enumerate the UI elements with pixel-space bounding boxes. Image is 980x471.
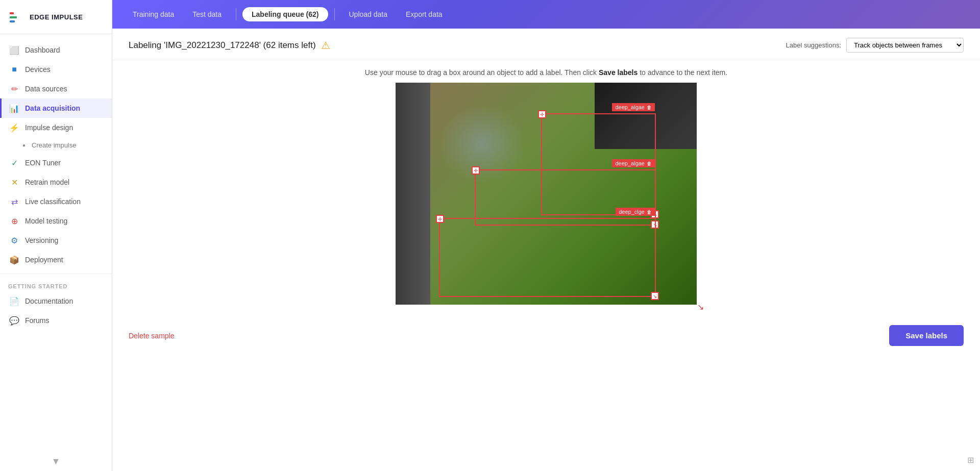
create-impulse-icon: ● xyxy=(22,142,26,148)
svg-rect-2 xyxy=(10,16,17,18)
live-classification-icon: ⇄ xyxy=(10,197,19,206)
labeling-title: Labeling 'IMG_20221230_172248' (62 items… xyxy=(129,39,330,52)
bbox3-handle-br[interactable]: ↘ xyxy=(651,292,659,300)
sidebar-item-create-impulse[interactable]: ● Create impulse xyxy=(0,137,112,153)
model-testing-icon: ⊕ xyxy=(10,216,19,226)
sidebar-label-dashboard: Dashboard xyxy=(25,46,60,54)
sidebar-header: EDGE IMPULSE xyxy=(0,0,112,34)
sidebar-item-versioning[interactable]: ⚙ Versioning xyxy=(0,231,112,250)
edge-impulse-logo-icon xyxy=(8,9,24,26)
retrain-model-icon: ✕ xyxy=(10,178,19,187)
delete-sample-button[interactable]: Delete sample xyxy=(129,332,175,340)
content-area: Labeling 'IMG_20221230_172248' (62 items… xyxy=(112,29,980,471)
sidebar-item-forums[interactable]: 💬 Forums xyxy=(0,311,112,330)
bbox2-label: deep_algae 🗑 xyxy=(612,159,655,167)
sidebar-item-documentation[interactable]: 📄 Documentation xyxy=(0,291,112,311)
sidebar-item-dashboard[interactable]: ⬜ Dashboard xyxy=(0,40,112,60)
impulse-design-icon: ⚡ xyxy=(10,123,19,132)
sidebar-item-devices[interactable]: ■ Devices xyxy=(0,60,112,79)
data-acquisition-icon: 📊 xyxy=(10,104,19,113)
sidebar: EDGE IMPULSE ⬜ Dashboard ■ Devices ✏ Dat… xyxy=(0,0,112,471)
sidebar-label-retrain-model: Retrain model xyxy=(25,178,69,186)
image-wrapper[interactable]: ✛ deep_algae 🗑 ↘ ✛ deep_algae 🗑 ↘ xyxy=(396,83,697,305)
sidebar-label-deployment: Deployment xyxy=(25,256,63,264)
canvas-resize-handle[interactable]: ↘ xyxy=(697,302,704,312)
versioning-icon: ⚙ xyxy=(10,236,19,245)
nav-divider-2 xyxy=(334,8,335,20)
sidebar-divider xyxy=(0,274,112,274)
scroll-down-arrow[interactable]: ▼ xyxy=(0,452,112,471)
nav-upload-data[interactable]: Upload data xyxy=(341,6,396,22)
bbox1-handle-tl[interactable]: ✛ xyxy=(538,110,546,118)
sidebar-item-model-testing[interactable]: ⊕ Model testing xyxy=(0,211,112,231)
labeling-header: Labeling 'IMG_20221230_172248' (62 items… xyxy=(112,29,980,60)
brand-name: EDGE IMPULSE xyxy=(30,13,83,21)
dashboard-icon: ⬜ xyxy=(10,45,19,55)
warning-icon: ⚠ xyxy=(321,39,330,52)
sidebar-item-live-classification[interactable]: ⇄ Live classification xyxy=(0,192,112,211)
getting-started-label: GETTING STARTED xyxy=(0,278,112,291)
sidebar-item-data-acquisition[interactable]: 📊 Data acquisition xyxy=(0,98,112,118)
sidebar-label-forums: Forums xyxy=(25,316,49,325)
sidebar-item-impulse-design[interactable]: ⚡ Impulse design xyxy=(0,118,112,137)
deployment-icon: 📦 xyxy=(10,255,19,264)
bottom-actions: Delete sample Save labels xyxy=(112,315,980,358)
svg-rect-3 xyxy=(10,20,15,22)
sidebar-label-devices: Devices xyxy=(25,65,51,73)
label-suggestions-select[interactable]: Track objects between frames Don't use l… xyxy=(846,38,964,53)
nav-test-data[interactable]: Test data xyxy=(184,6,230,22)
labeling-title-text: Labeling 'IMG_20221230_172248' (62 items… xyxy=(129,40,316,51)
sidebar-label-data-sources: Data sources xyxy=(25,85,67,93)
bounding-box-3[interactable]: ✛ deep_clge 🗑 ↘ xyxy=(439,218,656,297)
nav-export-data[interactable]: Export data xyxy=(398,6,451,22)
nav-training-data[interactable]: Training data xyxy=(125,6,182,22)
sidebar-item-eon-tuner[interactable]: ✓ EON Tuner xyxy=(0,153,112,172)
save-labels-button[interactable]: Save labels xyxy=(889,325,964,346)
sidebar-label-documentation: Documentation xyxy=(25,297,73,305)
sidebar-item-data-sources[interactable]: ✏ Data sources xyxy=(0,79,112,98)
bbox1-delete-icon[interactable]: 🗑 xyxy=(647,105,652,110)
label-suggestions-label: Label suggestions: xyxy=(786,41,841,49)
bbox1-label: deep_algae 🗑 xyxy=(612,103,655,111)
image-container: ✛ deep_algae 🗑 ↘ ✛ deep_algae 🗑 ↘ xyxy=(112,83,980,315)
sidebar-label-live-classification: Live classification xyxy=(25,197,81,206)
bbox3-handle-tl[interactable]: ✛ xyxy=(436,215,444,223)
img-dark-strip xyxy=(396,83,430,305)
nav-labeling-queue[interactable]: Labeling queue (62) xyxy=(242,7,328,21)
sidebar-label-eon-tuner: EON Tuner xyxy=(25,159,61,167)
data-sources-icon: ✏ xyxy=(10,84,19,93)
instruction-prefix: Use your mouse to drag a box around an o… xyxy=(365,68,599,77)
nav-divider-1 xyxy=(236,8,236,20)
label-suggestions-control: Label suggestions: Track objects between… xyxy=(786,38,964,53)
sidebar-label-data-acquisition: Data acquisition xyxy=(25,104,80,112)
instruction-bold: Save labels xyxy=(599,68,638,77)
main-area: Training data Test data Labeling queue (… xyxy=(112,0,980,471)
forums-icon: 💬 xyxy=(10,316,19,325)
top-navigation: Training data Test data Labeling queue (… xyxy=(112,0,980,29)
bbox2-handle-tl[interactable]: ✛ xyxy=(472,166,480,175)
bbox3-label: deep_clge 🗑 xyxy=(616,208,655,216)
svg-rect-1 xyxy=(10,12,14,14)
sidebar-label-impulse-design: Impulse design xyxy=(25,123,73,132)
bbox3-delete-icon[interactable]: 🗑 xyxy=(647,209,652,215)
documentation-icon: 📄 xyxy=(10,296,19,306)
sidebar-label-model-testing: Model testing xyxy=(25,217,67,225)
bbox2-delete-icon[interactable]: 🗑 xyxy=(647,161,652,166)
eon-tuner-icon: ✓ xyxy=(10,158,19,167)
sidebar-item-retrain-model[interactable]: ✕ Retrain model xyxy=(0,172,112,192)
bounding-box-2[interactable]: ✛ deep_algae 🗑 ↘ xyxy=(475,169,656,226)
sidebar-item-deployment[interactable]: 📦 Deployment xyxy=(0,250,112,269)
corner-expand-icon: ⊞ xyxy=(967,455,974,465)
sidebar-nav: ⬜ Dashboard ■ Devices ✏ Data sources 📊 D… xyxy=(0,34,112,452)
instruction-text: Use your mouse to drag a box around an o… xyxy=(112,60,980,83)
sidebar-label-create-impulse: Create impulse xyxy=(32,141,76,149)
sidebar-label-versioning: Versioning xyxy=(25,236,58,244)
devices-icon: ■ xyxy=(10,65,19,74)
instruction-suffix: to advance to the next item. xyxy=(638,68,727,77)
